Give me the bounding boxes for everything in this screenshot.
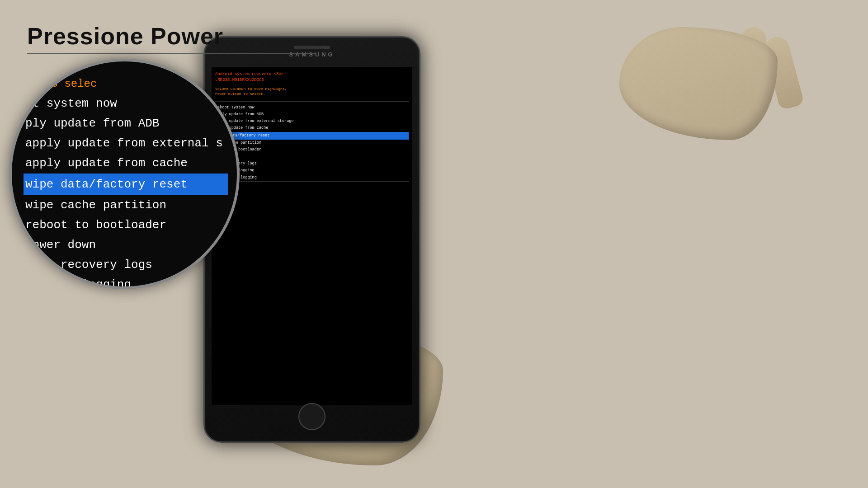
magnifier-item-wipe-factory: wipe data/factory reset [24, 174, 228, 195]
title-underline [27, 53, 316, 54]
recovery-header-line1: Android system recovery <3e> [215, 72, 283, 76]
title-section: Pressione Power [27, 23, 316, 54]
magnifier-item-adb: ply update from ADB [25, 113, 228, 133]
recovery-header: Android system recovery <3e> LRE23E.N915… [215, 71, 409, 83]
phone-menu-cp-enable[interactable]: Enable cp logging [215, 167, 409, 174]
phone-wrapper: SAMSUNG Android system recovery <3e> LRE… [203, 36, 420, 443]
magnifier-item-power: power down [25, 235, 228, 255]
magnifier-item-bootloader: reboot to bootloader [25, 215, 228, 235]
magnifier-inner: on to selec ot system now ply update fro… [12, 61, 237, 289]
magnifier-item-cache-update: apply update from cache [25, 153, 228, 173]
page-title: Pressione Power [27, 23, 316, 50]
phone-menu-power[interactable]: power down [215, 154, 409, 160]
magnifier-circle: on to selec ot system now ply update fro… [9, 59, 240, 289]
phone-body: SAMSUNG Android system recovery <3e> LRE… [203, 36, 420, 443]
phone-menu-bootloader[interactable]: reboot to bootloader [215, 146, 409, 153]
magnifier-item-external: apply update from external s [25, 133, 228, 153]
phone-home-button[interactable] [298, 403, 326, 430]
phone-menu-reboot[interactable]: reboot system now [215, 104, 409, 111]
phone-menu-wipe-cache[interactable]: wipe cache partition [215, 140, 409, 146]
recovery-divider [215, 101, 409, 102]
phone-screen: Android system recovery <3e> LRE23E.N915… [212, 67, 412, 405]
phone-menu-wipe-factory[interactable]: wipe data/factory reset [215, 132, 409, 140]
phone-menu-adb[interactable]: apply update from ADB [215, 111, 409, 118]
instructions-line2: Power button to select. [215, 92, 265, 96]
recovery-header-line2: LRE23E.N915FXXU2DOC6 [215, 78, 264, 82]
recovery-divider-bottom [215, 181, 409, 182]
phone-menu-external[interactable]: apply update from external storage [215, 118, 409, 125]
recovery-instructions: Volume up/down to move highlight, Power … [215, 86, 409, 96]
phone-menu-recovery-logs[interactable]: view recovery logs [215, 160, 409, 167]
phone-menu-cp-disable[interactable]: Disable cp logging [215, 174, 409, 181]
instructions-line1: Volume up/down to move highlight, [215, 87, 287, 91]
magnifier-item-reboot: ot system now [25, 94, 228, 113]
phone-menu-cache-update[interactable]: apply update from cache [215, 125, 409, 131]
magnifier-item-wipe-cache: wipe cache partition [25, 195, 228, 215]
